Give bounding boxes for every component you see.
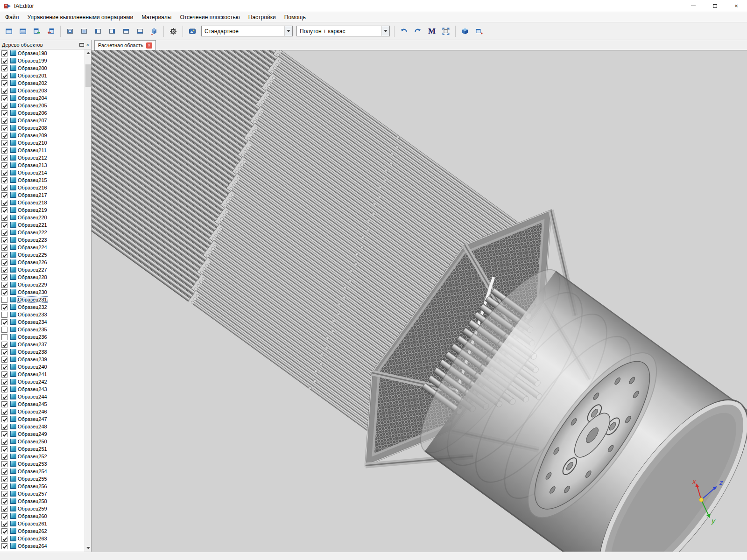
scroll-down-button[interactable] [85, 545, 91, 552]
minimize-button[interactable] [683, 0, 704, 12]
item-checkbox[interactable] [1, 215, 7, 221]
item-checkbox[interactable] [1, 282, 7, 288]
item-checkbox[interactable] [1, 267, 7, 273]
item-checkbox[interactable] [1, 170, 7, 176]
tree-item[interactable]: Образец203 [0, 87, 85, 94]
tree-item[interactable]: Образец256 [0, 483, 85, 490]
tab-calc-area[interactable]: Расчетная область × [94, 40, 156, 50]
float-panel-icon[interactable] [79, 43, 84, 47]
tree-item[interactable]: Образец237 [0, 341, 85, 348]
tree-item[interactable]: Образец238 [0, 348, 85, 356]
view-left-button[interactable] [92, 25, 105, 38]
menu-item[interactable]: Помощь [280, 12, 310, 22]
tree-item[interactable]: Образец244 [0, 393, 85, 400]
item-checkbox[interactable] [1, 476, 7, 482]
item-checkbox[interactable] [1, 237, 7, 243]
tree-item[interactable]: Образец236 [0, 333, 85, 341]
tree-item[interactable]: Образец225 [0, 251, 85, 259]
item-checkbox[interactable] [1, 95, 7, 101]
item-checkbox[interactable] [1, 357, 7, 363]
item-checkbox[interactable] [1, 103, 7, 109]
item-checkbox[interactable] [1, 521, 7, 527]
item-checkbox[interactable] [1, 491, 7, 497]
view-top-button[interactable] [120, 25, 133, 38]
tree-item[interactable]: Образец263 [0, 535, 85, 542]
computational-model-canvas[interactable]: xzy [92, 50, 747, 552]
tree-item[interactable]: Образец253 [0, 460, 85, 468]
tree-item[interactable]: Образец211 [0, 147, 85, 154]
item-checkbox[interactable] [1, 528, 7, 534]
tree-item[interactable]: Образец250 [0, 438, 85, 445]
import-model-button[interactable] [30, 25, 43, 38]
tree-item[interactable]: Образец229 [0, 281, 85, 288]
tree-item[interactable]: Образец224 [0, 244, 85, 251]
tree-item[interactable]: Образец234 [0, 318, 85, 326]
tree-item[interactable]: Образец261 [0, 520, 85, 527]
tree-item[interactable]: Образец232 [0, 303, 85, 311]
tree-item[interactable]: Образец202 [0, 79, 85, 87]
export-model-button[interactable] [44, 25, 57, 38]
scrollbar-thumb[interactable] [85, 64, 91, 87]
materials-button[interactable]: M [425, 25, 438, 38]
item-checkbox[interactable] [1, 461, 7, 467]
tree-item[interactable]: Образец216 [0, 184, 85, 191]
open-scene-button[interactable] [2, 25, 15, 38]
tree-item[interactable]: Образец251 [0, 445, 85, 453]
tree-item[interactable]: Образец257 [0, 490, 85, 497]
tree-item[interactable]: Образец247 [0, 415, 85, 423]
view-preset-select[interactable]: Стандартное [201, 26, 293, 36]
item-checkbox[interactable] [1, 379, 7, 385]
item-checkbox[interactable] [1, 454, 7, 460]
tree-item[interactable]: Образец245 [0, 400, 85, 408]
item-checkbox[interactable] [1, 304, 7, 310]
item-checkbox[interactable] [1, 118, 7, 124]
item-checkbox[interactable] [1, 312, 7, 318]
tree-item[interactable]: Образец241 [0, 371, 85, 378]
menu-item[interactable]: Отсечение плоскостью [176, 12, 244, 22]
item-checkbox[interactable] [1, 401, 7, 407]
tree-item[interactable]: Образец201 [0, 72, 85, 79]
item-checkbox[interactable] [1, 110, 7, 116]
tree-item[interactable]: Образец264 [0, 542, 85, 550]
item-checkbox[interactable] [1, 80, 7, 86]
item-checkbox[interactable] [1, 245, 7, 251]
viewport-3d[interactable]: xzy [92, 50, 747, 552]
item-checkbox[interactable] [1, 185, 7, 191]
tree-item[interactable]: Образец220 [0, 214, 85, 221]
item-checkbox[interactable] [1, 327, 7, 333]
tree-item[interactable]: Образец243 [0, 385, 85, 393]
item-checkbox[interactable] [1, 349, 7, 355]
item-checkbox[interactable] [1, 162, 7, 168]
tree-item[interactable]: Образец230 [0, 288, 85, 296]
close-panel-icon[interactable]: × [86, 42, 89, 47]
tree-item[interactable]: Образец240 [0, 363, 85, 371]
tree-item[interactable]: Образец248 [0, 423, 85, 430]
save-scene-button[interactable] [16, 25, 29, 38]
menu-item[interactable]: Файл [1, 12, 23, 22]
render-mode-select[interactable]: Полутон + каркас [296, 26, 390, 36]
tree-item[interactable]: Образец254 [0, 468, 85, 475]
tree-item[interactable]: Образец207 [0, 117, 85, 124]
view-bottom-button[interactable] [134, 25, 147, 38]
tree-item[interactable]: Образец262 [0, 527, 85, 535]
item-checkbox[interactable] [1, 200, 7, 206]
item-checkbox[interactable] [1, 394, 7, 400]
item-checkbox[interactable] [1, 140, 7, 146]
item-checkbox[interactable] [1, 274, 7, 280]
item-checkbox[interactable] [1, 155, 7, 161]
item-checkbox[interactable] [1, 88, 7, 94]
item-checkbox[interactable] [1, 252, 7, 258]
tree-item[interactable]: Образец217 [0, 191, 85, 199]
item-checkbox[interactable] [1, 73, 7, 79]
tree-item[interactable]: Образец226 [0, 259, 85, 266]
item-checkbox[interactable] [1, 364, 7, 370]
tree-item[interactable]: Образец260 [0, 512, 85, 520]
tree-item[interactable]: Образец212 [0, 154, 85, 161]
tree-item[interactable]: Образец242 [0, 378, 85, 385]
item-checkbox[interactable] [1, 297, 7, 303]
item-checkbox[interactable] [1, 543, 7, 549]
render-mode-dropdown-button[interactable] [381, 26, 389, 36]
new-view-button[interactable] [472, 25, 486, 38]
item-checkbox[interactable] [1, 259, 7, 266]
tab-close-icon[interactable]: × [146, 42, 152, 49]
